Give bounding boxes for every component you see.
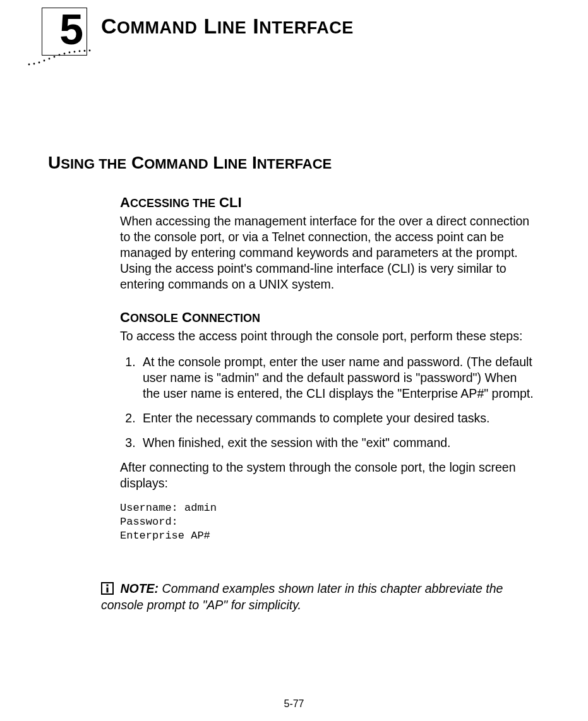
- subsection-console: CONSOLE CONNECTION To access the access …: [120, 309, 537, 543]
- decorative-dots-icon: [25, 49, 95, 68]
- list-item: Enter the necessary commands to complete…: [139, 410, 537, 426]
- page-number: 5-77: [0, 698, 588, 710]
- note-block: NOTE: Command examples shown later in th…: [101, 581, 543, 613]
- list-item: At the console prompt, enter the user na…: [139, 354, 537, 402]
- svg-point-2: [39, 62, 40, 64]
- list-item: When finished, exit the session with the…: [139, 435, 537, 451]
- svg-point-0: [28, 64, 30, 66]
- chapter-title: COMMAND LINE INTERFACE: [101, 14, 354, 39]
- svg-point-8: [69, 52, 71, 54]
- chapter-number-box: 5: [42, 8, 87, 56]
- subheading-console-connection: CONSOLE CONNECTION: [120, 309, 537, 326]
- svg-point-5: [54, 56, 56, 58]
- section-heading: USING THE COMMAND LINE INTERFACE: [48, 153, 332, 173]
- svg-rect-14: [107, 585, 109, 587]
- svg-point-6: [59, 54, 61, 56]
- console-after-text: After connecting to the system through t…: [120, 460, 537, 491]
- svg-point-7: [64, 53, 66, 55]
- console-intro: To access the access point through the c…: [120, 328, 537, 344]
- note-label: NOTE:: [120, 581, 159, 595]
- svg-point-12: [89, 50, 91, 52]
- console-steps-list: At the console prompt, enter the user na…: [120, 354, 537, 451]
- note-text: NOTE: Command examples shown later in th…: [101, 581, 503, 612]
- login-screen-code: Username: admin Password: Enterprise AP#: [120, 501, 537, 543]
- accessing-cli-paragraph: When accessing the management interface …: [120, 213, 537, 292]
- svg-point-9: [74, 51, 76, 53]
- svg-point-1: [33, 63, 35, 65]
- svg-point-4: [49, 58, 51, 60]
- svg-point-11: [84, 50, 86, 52]
- chapter-number: 5: [59, 4, 83, 54]
- svg-point-3: [44, 60, 45, 62]
- svg-rect-15: [107, 588, 109, 593]
- svg-point-10: [79, 51, 81, 52]
- note-body: Command examples shown later in this cha…: [101, 581, 503, 612]
- subsection-accessing: ACCESSING THE CLI When accessing the man…: [120, 194, 537, 302]
- subheading-accessing-cli: ACCESSING THE CLI: [120, 194, 537, 211]
- info-icon: [101, 582, 114, 597]
- page: 5 COMMAND LINE INTERFACE USING THE COMMA…: [0, 0, 588, 721]
